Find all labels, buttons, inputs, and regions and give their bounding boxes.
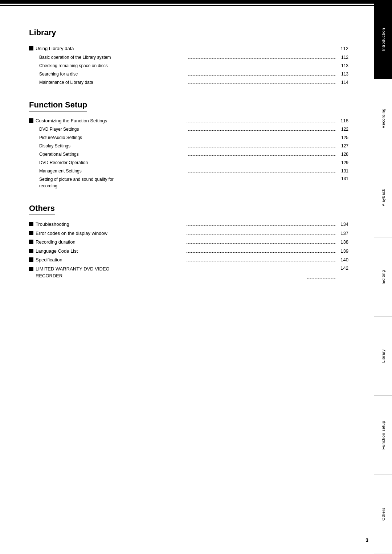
toc-item-operational-settings: Operational Settings 128: [29, 151, 348, 158]
toc-dots: [187, 243, 336, 244]
bullet-icon: [29, 118, 33, 123]
toc-dots: [188, 147, 336, 147]
toc-page: 122: [338, 126, 348, 133]
function-setup-heading: Function Setup: [29, 100, 87, 111]
sidebar-tab-function-setup[interactable]: Function setup: [374, 396, 392, 475]
toc-label: Management Settings: [39, 168, 187, 174]
others-heading: Others: [29, 204, 55, 215]
toc-label: Troubleshooting: [36, 221, 185, 228]
sidebar-tab-label: Others: [381, 508, 385, 521]
toc-label: Setting of picture and sound quality for…: [39, 176, 306, 189]
page-number: 3: [366, 537, 368, 543]
toc-page: 140: [338, 256, 348, 264]
toc-dots: [187, 50, 336, 50]
toc-item-basic-operation: Basic operation of the Library system 11…: [29, 54, 348, 61]
bullet-icon: [29, 240, 33, 244]
toc-label: DVD Recorder Operation: [39, 159, 187, 166]
toc-label: LIMITED WARRANTY DVD VIDEORECORDER: [36, 265, 306, 280]
bullet-icon: [29, 257, 33, 262]
toc-page: 131: [338, 168, 348, 174]
sidebar-tab-playback[interactable]: Playback: [374, 158, 392, 237]
library-heading: Library: [29, 28, 56, 39]
toc-page: 114: [338, 79, 348, 86]
toc-label: Language Code List: [36, 248, 185, 255]
toc-item-dvd-player-settings: DVD Player Settings 122: [29, 126, 348, 133]
toc-dots: [188, 155, 336, 156]
toc-label: Picture/Audio Settings: [39, 134, 187, 141]
toc-page: 139: [338, 248, 348, 255]
toc-item-display-settings: Display Settings 127: [29, 143, 348, 149]
function-setup-section: Function Setup Customizing the Function …: [29, 100, 348, 190]
toc-label: Customizing the Function Settings: [36, 117, 185, 125]
sidebar-tab-label: Library: [381, 349, 385, 363]
sidebar-tab-label: Editing: [381, 270, 385, 284]
toc-page: 137: [338, 230, 348, 237]
toc-item-error-codes: Error codes on the display window 137: [29, 230, 348, 237]
toc-page: 142: [338, 265, 348, 271]
sidebar-tab-label: Recording: [381, 109, 385, 129]
toc-item-customizing: Customizing the Function Settings 118: [29, 117, 348, 125]
sidebar-tab-recording[interactable]: Recording: [374, 79, 392, 158]
toc-item-searching-disc: Searching for a disc 113: [29, 71, 348, 77]
bullet-icon: [29, 222, 33, 226]
sidebar-tab-label: Function setup: [381, 421, 385, 449]
toc-page: 134: [338, 221, 348, 228]
toc-item-using-library-data: Using Library data 112: [29, 45, 348, 52]
toc-dots: [188, 164, 336, 164]
toc-label: Basic operation of the Library system: [39, 54, 187, 61]
toc-label: Display Settings: [39, 143, 187, 149]
toc-label: Error codes on the display window: [36, 230, 185, 237]
toc-item-recording-duration: Recording duration 138: [29, 239, 348, 246]
toc-page: 113: [338, 71, 348, 77]
toc-dots: [187, 261, 336, 261]
toc-dots: [188, 130, 336, 131]
top-bar-thin: [0, 5, 392, 6]
library-section: Library Using Library data 112 Basic ope…: [29, 28, 348, 86]
toc-dots: [187, 225, 336, 226]
toc-item-dvd-recorder-operation: DVD Recorder Operation 129: [29, 159, 348, 166]
sidebar-tab-library[interactable]: Library: [374, 317, 392, 396]
toc-page: 125: [338, 134, 348, 141]
toc-label: DVD Player Settings: [39, 126, 187, 133]
toc-page: 113: [338, 62, 348, 69]
bullet-icon: [29, 267, 33, 271]
toc-label: Using Library data: [36, 45, 185, 52]
toc-label: Specification: [36, 256, 185, 264]
toc-page: 138: [338, 239, 348, 246]
toc-label: Searching for a disc: [39, 71, 187, 77]
toc-dots: [187, 252, 336, 253]
toc-page: 112: [338, 54, 348, 61]
sidebar-tab-label: Introduction: [381, 28, 385, 51]
toc-item-checking-remaining-space: Checking remaining space on discs 113: [29, 62, 348, 69]
bullet-icon: [29, 231, 33, 235]
toc-dots: [188, 139, 336, 139]
function-setup-toc: Customizing the Function Settings 118 DV…: [29, 117, 348, 190]
toc-page: 128: [338, 151, 348, 158]
toc-dots: [188, 58, 336, 59]
toc-label: Operational Settings: [39, 151, 187, 158]
toc-item-setting-picture-sound: Setting of picture and sound quality for…: [29, 176, 348, 189]
library-toc: Using Library data 112 Basic operation o…: [29, 45, 348, 86]
toc-dots: [187, 235, 336, 235]
toc-item-picture-audio: Picture/Audio Settings 125: [29, 134, 348, 141]
toc-item-troubleshooting: Troubleshooting 134: [29, 221, 348, 228]
toc-dots: [187, 122, 336, 122]
toc-dots: [188, 172, 336, 172]
toc-item-language-code: Language Code List 139: [29, 248, 348, 255]
toc-item-limited-warranty: LIMITED WARRANTY DVD VIDEORECORDER 142: [29, 265, 348, 280]
toc-page: 118: [338, 117, 348, 125]
sidebar-tab-others[interactable]: Others: [374, 475, 392, 554]
toc-dots: [188, 67, 336, 67]
sidebar-tab-introduction[interactable]: Introduction: [374, 0, 392, 79]
bullet-icon: [29, 249, 33, 253]
toc-item-specification: Specification 140: [29, 256, 348, 264]
others-section: Others Troubleshooting 134 Error codes o…: [29, 204, 348, 280]
sidebar-tab-editing[interactable]: Editing: [374, 237, 392, 317]
right-sidebar: Introduction Recording Playback Editing …: [374, 0, 392, 554]
toc-page: 112: [338, 45, 348, 52]
toc-page: 131: [338, 176, 348, 181]
toc-label: Checking remaining space on discs: [39, 62, 187, 69]
toc-dots: [188, 83, 336, 84]
toc-dots: [188, 75, 336, 76]
toc-page: 129: [338, 159, 348, 166]
